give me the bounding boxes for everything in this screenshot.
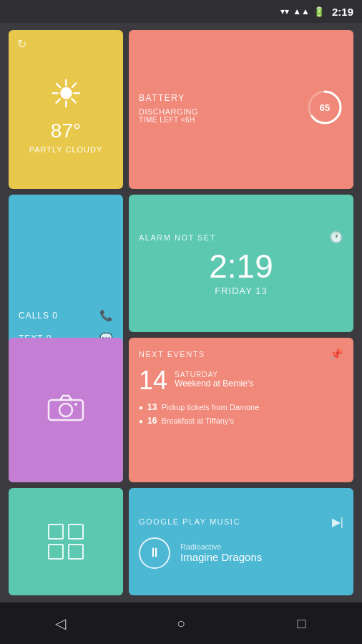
camera-tile[interactable] [9, 338, 123, 482]
status-bar: ▾▾ ▲▲ 🔋 2:19 [0, 0, 362, 23]
weather-tile[interactable]: ↻ ☀ 87° PARTLY CLOUDY [9, 30, 123, 189]
alarm-clock-icon: 🕐 [329, 230, 343, 244]
next-track-icon[interactable]: ▶| [332, 515, 343, 529]
events-header: NEXT EVENTS 📌 [139, 348, 343, 361]
alarm-label: ALARM NOT SET [139, 233, 216, 242]
music-body: ⏸ Radioactive Imagine Dragons [139, 537, 343, 569]
battery-label: BATTERY [139, 93, 198, 103]
music-artist: Imagine Dragons [180, 551, 262, 563]
calls-label: CALLS 0 [19, 311, 58, 321]
apps-tile[interactable] [9, 488, 123, 595]
main-grid: ↻ ☀ 87° PARTLY CLOUDY BATTERY DISCHARGIN… [0, 23, 362, 602]
grid-cell-4 [68, 544, 84, 560]
events-tile[interactable]: NEXT EVENTS 📌 14 SATURDAY Weekend at Ber… [129, 338, 353, 482]
recents-button[interactable]: □ [284, 609, 320, 638]
event-main-title: Weekend at Bernie's [175, 379, 253, 389]
event-sec-title-2: Breakfast at Tiffany's [161, 416, 234, 425]
grid-cell-2 [68, 524, 84, 540]
grid-cell-3 [48, 544, 64, 560]
recents-icon: □ [298, 615, 306, 632]
music-label: GOOGLE PLAY MUSIC [139, 517, 240, 526]
battery-circle: 65 [306, 89, 343, 126]
event-sec-title-1: Pickup tickets from Damone [161, 403, 259, 411]
svg-point-4 [74, 403, 77, 406]
event-sec-day-1: 13 [147, 402, 157, 412]
alarm-tile[interactable]: ALARM NOT SET 🕐 2:19 FRIDAY 13 [129, 195, 353, 332]
pause-button[interactable]: ⏸ [139, 537, 170, 569]
sun-icon: ☀ [49, 72, 83, 117]
wifi-icon: ▾▾ [280, 6, 289, 16]
nav-bar: ◁ ○ □ [0, 602, 362, 644]
music-tile[interactable]: GOOGLE PLAY MUSIC ▶| ⏸ Radioactive Imagi… [129, 488, 353, 595]
bullet-icon-2: ● [139, 417, 143, 425]
signal-icon: ▲▲ [293, 6, 310, 16]
alarm-time: 2:19 [209, 250, 273, 283]
event-sec-day-2: 16 [147, 416, 157, 426]
battery-header: BATTERY DISCHARGING TIME LEFT <6H 65 [139, 93, 343, 126]
status-icons: ▾▾ ▲▲ 🔋 [280, 6, 325, 17]
back-button[interactable]: ◁ [42, 609, 78, 638]
event-main-detail: SATURDAY Weekend at Bernie's [175, 371, 253, 389]
refresh-icon: ↻ [17, 37, 26, 51]
bullet-icon-1: ● [139, 404, 143, 411]
events-label: NEXT EVENTS [139, 350, 205, 358]
music-header: GOOGLE PLAY MUSIC ▶| [139, 515, 343, 529]
event-main-day-label: SATURDAY [175, 371, 253, 379]
battery-info: BATTERY DISCHARGING TIME LEFT <6H [139, 93, 198, 124]
grid-cell-1 [48, 524, 64, 540]
pin-icon: 📌 [330, 348, 343, 361]
back-icon: ◁ [55, 615, 66, 632]
music-info: Radioactive Imagine Dragons [180, 542, 262, 563]
event-main-day: 14 [139, 368, 167, 394]
alarm-date: FRIDAY 13 [215, 286, 268, 296]
event-secondary-1: ● 13 Pickup tickets from Damone [139, 402, 343, 412]
battery-percent: 65 [320, 102, 330, 113]
svg-point-3 [59, 404, 72, 416]
battery-time-left: TIME LEFT <6H [139, 116, 198, 124]
event-main: 14 SATURDAY Weekend at Bernie's [139, 368, 343, 394]
status-time: 2:19 [332, 6, 353, 18]
calls-row: CALLS 0 📞 [19, 309, 113, 322]
music-track: Radioactive [180, 542, 262, 551]
event-secondary-2: ● 16 Breakfast at Tiffany's [139, 416, 343, 426]
home-button[interactable]: ○ [163, 609, 199, 638]
grid-icon [48, 524, 84, 560]
phone-icon: 📞 [99, 309, 113, 322]
battery-icon: 🔋 [313, 6, 325, 17]
battery-status: DISCHARGING [139, 107, 198, 116]
battery-tile[interactable]: BATTERY DISCHARGING TIME LEFT <6H 65 [129, 30, 353, 189]
home-icon: ○ [177, 615, 185, 632]
alarm-header: ALARM NOT SET 🕐 [139, 230, 343, 244]
temperature: 87° [51, 119, 81, 142]
weather-description: PARTLY CLOUDY [29, 145, 103, 154]
camera-icon [47, 393, 84, 428]
